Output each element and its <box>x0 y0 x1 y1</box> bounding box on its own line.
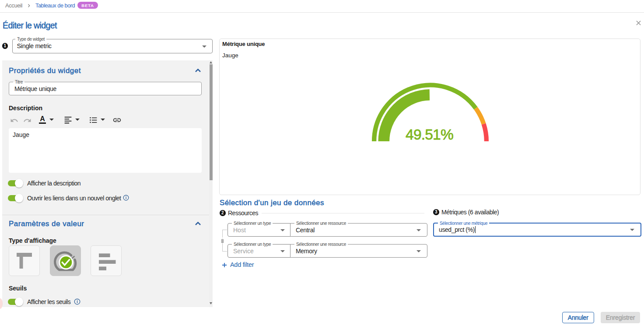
svg-text:49.51%: 49.51% <box>406 126 453 143</box>
